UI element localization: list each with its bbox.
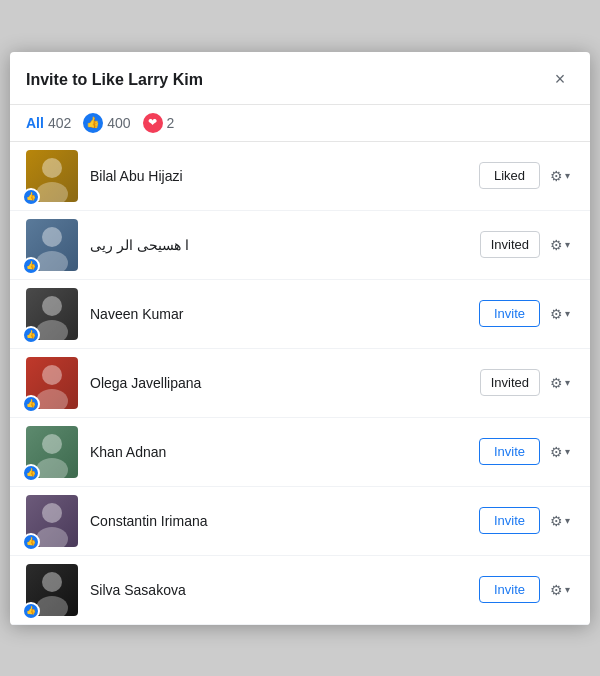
chevron-down-icon: ▾ bbox=[565, 446, 570, 457]
tab-like[interactable]: 👍 400 bbox=[83, 113, 130, 133]
chevron-down-icon: ▾ bbox=[565, 308, 570, 319]
action-area: Invite⚙▾ bbox=[479, 507, 574, 534]
love-count: 2 bbox=[167, 115, 175, 131]
chevron-down-icon: ▾ bbox=[565, 584, 570, 595]
invite-modal: Invite to Like Larry Kim × All 402 👍 400… bbox=[10, 52, 590, 625]
svg-point-4 bbox=[42, 227, 62, 247]
gear-icon: ⚙ bbox=[550, 444, 563, 460]
gear-dropdown-button[interactable]: ⚙▾ bbox=[546, 509, 574, 533]
person-name: Bilal Abu Hijazi bbox=[90, 168, 467, 184]
gear-dropdown-button[interactable]: ⚙▾ bbox=[546, 440, 574, 464]
like-badge: 👍 bbox=[22, 395, 40, 413]
svg-point-10 bbox=[42, 365, 62, 385]
gear-dropdown-button[interactable]: ⚙▾ bbox=[546, 164, 574, 188]
gear-icon: ⚙ bbox=[550, 513, 563, 529]
love-icon: ❤ bbox=[143, 113, 163, 133]
svg-point-1 bbox=[42, 158, 62, 178]
gear-dropdown-button[interactable]: ⚙▾ bbox=[546, 302, 574, 326]
all-tab-count: 402 bbox=[48, 115, 71, 131]
chevron-down-icon: ▾ bbox=[565, 239, 570, 250]
svg-point-13 bbox=[42, 434, 62, 454]
svg-point-7 bbox=[42, 296, 62, 316]
gear-icon: ⚙ bbox=[550, 375, 563, 391]
action-area: Invite⚙▾ bbox=[479, 300, 574, 327]
person-name: Naveen Kumar bbox=[90, 306, 467, 322]
action-area: Invited⚙▾ bbox=[480, 369, 574, 396]
like-badge: 👍 bbox=[22, 533, 40, 551]
avatar: 👍 bbox=[26, 219, 78, 271]
avatar: 👍 bbox=[26, 357, 78, 409]
list-item: 👍Olega JavellipanaInvited⚙▾ bbox=[10, 349, 590, 418]
like-badge: 👍 bbox=[22, 326, 40, 344]
person-name: Silva Sasakova bbox=[90, 582, 467, 598]
all-tab-label: All bbox=[26, 115, 44, 131]
avatar: 👍 bbox=[26, 564, 78, 616]
list-item: 👍Khan AdnanInvite⚙▾ bbox=[10, 418, 590, 487]
modal-header: Invite to Like Larry Kim × bbox=[10, 52, 590, 105]
person-name: Constantin Irimana bbox=[90, 513, 467, 529]
invite-button[interactable]: Invite bbox=[479, 300, 540, 327]
avatar: 👍 bbox=[26, 495, 78, 547]
list-item: 👍ا هسیحی الر رییInvited⚙▾ bbox=[10, 211, 590, 280]
person-name: ا هسیحی الر ریی bbox=[90, 237, 468, 253]
liked-button[interactable]: Liked bbox=[479, 162, 540, 189]
gear-icon: ⚙ bbox=[550, 237, 563, 253]
list-item: 👍Bilal Abu HijaziLiked⚙▾ bbox=[10, 142, 590, 211]
gear-icon: ⚙ bbox=[550, 306, 563, 322]
invited-button[interactable]: Invited bbox=[480, 369, 540, 396]
action-area: Invited⚙▾ bbox=[480, 231, 574, 258]
like-badge: 👍 bbox=[22, 464, 40, 482]
list-item: 👍Silva SasakovaInvite⚙▾ bbox=[10, 556, 590, 625]
gear-dropdown-button[interactable]: ⚙▾ bbox=[546, 233, 574, 257]
modal-title: Invite to Like Larry Kim bbox=[26, 71, 203, 89]
avatar: 👍 bbox=[26, 288, 78, 340]
like-icon: 👍 bbox=[83, 113, 103, 133]
list-item: 👍Constantin IrimanaInvite⚙▾ bbox=[10, 487, 590, 556]
action-area: Invite⚙▾ bbox=[479, 576, 574, 603]
like-badge: 👍 bbox=[22, 602, 40, 620]
like-badge: 👍 bbox=[22, 257, 40, 275]
person-name: Olega Javellipana bbox=[90, 375, 468, 391]
like-count: 400 bbox=[107, 115, 130, 131]
like-badge: 👍 bbox=[22, 188, 40, 206]
gear-icon: ⚙ bbox=[550, 168, 563, 184]
chevron-down-icon: ▾ bbox=[565, 515, 570, 526]
avatar: 👍 bbox=[26, 150, 78, 202]
chevron-down-icon: ▾ bbox=[565, 170, 570, 181]
person-name: Khan Adnan bbox=[90, 444, 467, 460]
filter-tabs: All 402 👍 400 ❤ 2 bbox=[10, 105, 590, 142]
svg-point-19 bbox=[42, 572, 62, 592]
invite-button[interactable]: Invite bbox=[479, 576, 540, 603]
people-list: 👍Bilal Abu HijaziLiked⚙▾ 👍ا هسیحی الر ری… bbox=[10, 142, 590, 625]
list-item: 👍Naveen KumarInvite⚙▾ bbox=[10, 280, 590, 349]
svg-point-16 bbox=[42, 503, 62, 523]
chevron-down-icon: ▾ bbox=[565, 377, 570, 388]
gear-dropdown-button[interactable]: ⚙▾ bbox=[546, 371, 574, 395]
invited-button[interactable]: Invited bbox=[480, 231, 540, 258]
tab-love[interactable]: ❤ 2 bbox=[143, 113, 175, 133]
gear-dropdown-button[interactable]: ⚙▾ bbox=[546, 578, 574, 602]
action-area: Liked⚙▾ bbox=[479, 162, 574, 189]
gear-icon: ⚙ bbox=[550, 582, 563, 598]
close-button[interactable]: × bbox=[546, 66, 574, 94]
tab-all[interactable]: All 402 bbox=[26, 115, 71, 131]
action-area: Invite⚙▾ bbox=[479, 438, 574, 465]
invite-button[interactable]: Invite bbox=[479, 507, 540, 534]
avatar: 👍 bbox=[26, 426, 78, 478]
invite-button[interactable]: Invite bbox=[479, 438, 540, 465]
